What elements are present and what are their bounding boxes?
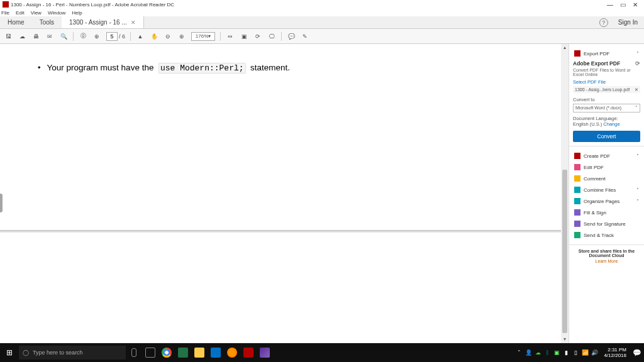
tab-tools[interactable]: Tools — [32, 16, 62, 28]
excel-icon[interactable] — [175, 343, 191, 362]
onedrive-icon[interactable]: ☁ — [535, 349, 541, 356]
search-placeholder: Type here to search — [33, 349, 83, 356]
tool-combine[interactable]: Combine Files˅ — [573, 184, 640, 195]
send-track-icon — [574, 232, 580, 238]
system-tray: ˄ 👤 ☁ ᛒ ▣ ▮ ▯ 📶 🔊 — [516, 349, 600, 356]
taskbar-clock[interactable]: 2:31 PM 4/12/2018 — [600, 347, 630, 358]
start-button[interactable]: ⊞ — [0, 348, 19, 357]
pointer-icon[interactable]: ▲ — [136, 32, 145, 41]
minimize-button[interactable]: — — [604, 1, 616, 8]
select-file-label: Select PDF File — [573, 79, 640, 85]
page-current-input[interactable] — [106, 32, 118, 41]
tool-create-pdf[interactable]: Create PDF˅ — [573, 150, 640, 162]
firefox-icon[interactable] — [224, 343, 240, 362]
acrobat-icon[interactable] — [240, 343, 257, 362]
export-header: Adobe Export PDF ⟳ — [573, 60, 640, 67]
battery-icon[interactable]: ▮ — [563, 349, 569, 356]
separator — [220, 32, 221, 41]
tool-edit-pdf[interactable]: Edit PDF — [573, 162, 640, 173]
edit-pdf-icon — [574, 164, 580, 170]
help-icon[interactable]: ? — [599, 18, 608, 27]
chevron-down-icon: ˅ — [636, 199, 639, 204]
menu-edit[interactable]: Edit — [16, 10, 25, 16]
file-explorer-icon[interactable] — [191, 343, 208, 362]
left-page-nav[interactable] — [0, 194, 3, 212]
close-button[interactable]: ✕ — [629, 1, 641, 8]
fit-width-icon[interactable]: ⇔ — [226, 32, 235, 41]
convert-format-select[interactable]: Microsoft Word (*.docx)˅ — [573, 104, 640, 112]
taskview-icon[interactable] — [142, 343, 158, 362]
bullet-line: • Your program must have the use Modern:… — [38, 63, 531, 73]
people-icon[interactable]: 👤 — [525, 349, 531, 356]
cortana-mic-icon[interactable] — [126, 343, 142, 362]
cloud-icon[interactable]: ☁ — [18, 32, 26, 41]
page-down-icon[interactable]: ⊕ — [92, 32, 101, 41]
bluetooth-icon[interactable]: ᛒ — [544, 349, 550, 356]
page-indicator: / 6 — [106, 32, 125, 41]
scroll-up-icon[interactable]: ▴ — [561, 44, 569, 52]
maximize-button[interactable]: ▭ — [616, 1, 629, 8]
volume-icon[interactable]: 🔊 — [591, 349, 597, 356]
page-up-icon[interactable]: ⓪ — [79, 32, 87, 41]
page-shadow — [0, 230, 569, 233]
menu-help[interactable]: Help — [72, 10, 82, 16]
signin-link[interactable]: Sign In — [612, 19, 644, 26]
mail-icon[interactable]: ✉ — [45, 32, 54, 41]
separator — [73, 32, 74, 41]
toolbar: 🖫 ☁ 🖶 ✉ 🔍 ⓪ ⊕ / 6 ▲ ✋ ⊖ ⊕ 176% ▾ ⇔ ▣ ⟳ 🖵… — [0, 29, 644, 44]
zoom-level[interactable]: 176% ▾ — [191, 32, 215, 41]
separator — [281, 32, 282, 41]
tool-comment[interactable]: Comment — [573, 173, 640, 184]
zoom-out-icon[interactable]: ⊖ — [164, 32, 172, 41]
tool-send-track[interactable]: Send & Track — [573, 229, 640, 241]
scroll-thumb[interactable] — [562, 170, 567, 333]
tab-close-icon[interactable]: ✕ — [131, 19, 136, 26]
app-icon — [3, 1, 9, 8]
scrollbar[interactable]: ▴ ▾ — [561, 44, 569, 343]
menu-window[interactable]: Window — [48, 10, 65, 16]
store-icon[interactable] — [257, 343, 273, 362]
window-titlebar: 1300 - Assign - 16 - Perl - Numbers Loop… — [0, 0, 644, 9]
search-icon[interactable]: 🔍 — [59, 32, 68, 41]
outlook-icon[interactable] — [208, 343, 224, 362]
hand-icon[interactable]: ✋ — [150, 32, 158, 41]
tab-document[interactable]: 1300 - Assign - 16 ... ✕ — [62, 16, 144, 28]
menu-view[interactable]: View — [31, 10, 42, 16]
tool-label: Organize Pages — [584, 199, 619, 204]
scroll-down-icon[interactable]: ▾ — [561, 336, 569, 343]
save-icon[interactable]: 🖫 — [4, 32, 13, 41]
security-icon[interactable]: ▣ — [553, 349, 560, 356]
tool-organize[interactable]: Organize Pages˅ — [573, 195, 640, 207]
tool-export-pdf[interactable]: Export PDF ˄ — [573, 48, 640, 59]
zoom-in-icon[interactable]: ⊕ — [177, 32, 186, 41]
tab-document-label: 1300 - Assign - 16 ... — [69, 19, 127, 26]
action-center-icon[interactable]: 💬 — [630, 349, 644, 357]
fit-page-icon[interactable]: ▣ — [240, 32, 248, 41]
doclang-label: Document Language: — [573, 116, 640, 121]
network-icon[interactable]: ▯ — [572, 349, 579, 356]
selected-file[interactable]: 1300 - Assig...bers Loop.pdf✕ — [573, 86, 640, 93]
combine-icon — [574, 187, 580, 193]
menu-file[interactable]: File — [1, 10, 9, 16]
chrome-icon[interactable] — [158, 343, 175, 362]
text-post: statement. — [250, 63, 290, 72]
refresh-icon[interactable]: ⟳ — [635, 60, 640, 67]
document-pane[interactable]: • Your program must have the use Modern:… — [0, 44, 569, 343]
comment-icon[interactable]: 💬 — [287, 32, 296, 41]
change-link[interactable]: Change — [603, 121, 619, 127]
search-icon: ◯ — [23, 349, 29, 356]
read-mode-icon[interactable]: 🖵 — [267, 32, 276, 41]
tray-overflow-icon[interactable]: ˄ — [516, 349, 522, 356]
taskbar-search[interactable]: ◯ Type here to search — [19, 346, 126, 359]
tool-fill-sign[interactable]: Fill & Sign — [573, 207, 640, 218]
rotate-icon[interactable]: ⟳ — [253, 32, 262, 41]
convert-button[interactable]: Convert — [573, 131, 640, 142]
tool-send-signature[interactable]: Send for Signature — [573, 218, 640, 229]
organize-icon — [574, 198, 580, 204]
print-icon[interactable]: 🖶 — [31, 32, 40, 41]
wifi-icon[interactable]: 📶 — [582, 349, 588, 356]
promo-link[interactable]: Learn More — [573, 259, 640, 263]
export-subtext: Convert PDF Files to Word or Excel Onlin… — [573, 68, 640, 77]
tab-home[interactable]: Home — [0, 16, 32, 28]
highlight-icon[interactable]: ✎ — [301, 32, 309, 41]
